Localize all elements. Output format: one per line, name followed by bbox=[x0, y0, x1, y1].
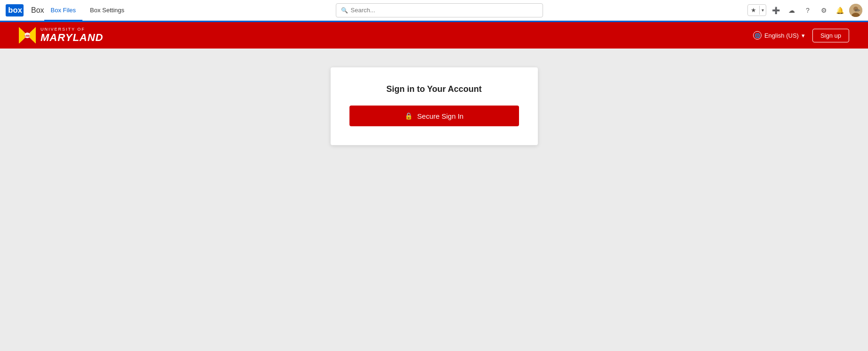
umd-header-bar: UMD UNIVERSITY OF MARYLAND 🌐 English (US… bbox=[0, 22, 868, 49]
upload-button[interactable]: ☁ bbox=[785, 4, 798, 17]
help-button[interactable]: ? bbox=[801, 4, 814, 17]
tab-box-settings[interactable]: Box Settings bbox=[83, 0, 131, 21]
box-logo-icon: box bbox=[6, 4, 24, 16]
main-content-area: Sign in to Your Account 🔒 Secure Sign In bbox=[0, 49, 868, 351]
language-label: English (US) bbox=[764, 32, 799, 39]
settings-button[interactable]: ⚙ bbox=[817, 4, 830, 17]
nav-search-area: 🔍 bbox=[131, 3, 747, 17]
secure-signin-label: Secure Sign In bbox=[417, 112, 463, 120]
search-icon: 🔍 bbox=[341, 7, 348, 14]
umd-text: UNIVERSITY OF MARYLAND bbox=[41, 27, 103, 43]
bell-icon: 🔔 bbox=[836, 7, 844, 14]
signin-title: Sign in to Your Account bbox=[386, 84, 482, 94]
add-button[interactable]: ➕ bbox=[769, 4, 782, 17]
notifications-button[interactable]: 🔔 bbox=[833, 4, 846, 17]
umd-seal-icon: UMD bbox=[19, 27, 36, 44]
language-chevron-icon: ▾ bbox=[802, 32, 805, 39]
search-bar[interactable]: 🔍 bbox=[336, 3, 543, 17]
globe-icon: 🌐 bbox=[753, 31, 762, 40]
tab-box-files[interactable]: Box Files bbox=[44, 0, 82, 21]
nav-tabs: Box Files Box Settings bbox=[44, 0, 131, 20]
chevron-down-icon: ▾ bbox=[759, 6, 766, 15]
umd-header-right: 🌐 English (US) ▾ Sign up bbox=[753, 29, 849, 42]
help-icon: ? bbox=[806, 7, 810, 14]
signup-button[interactable]: Sign up bbox=[812, 29, 849, 42]
svg-text:UMD: UMD bbox=[24, 34, 30, 37]
maryland-label: MARYLAND bbox=[41, 32, 103, 43]
favorites-button[interactable]: ★ ▾ bbox=[747, 4, 766, 16]
svg-text:box: box bbox=[8, 6, 22, 15]
edit-button[interactable]: ✏ bbox=[851, 4, 864, 17]
language-selector[interactable]: 🌐 English (US) ▾ bbox=[753, 31, 805, 40]
search-input[interactable] bbox=[351, 7, 538, 14]
lock-icon: 🔒 bbox=[405, 112, 413, 120]
signin-card: Sign in to Your Account 🔒 Secure Sign In bbox=[331, 67, 538, 145]
add-icon: ➕ bbox=[772, 7, 780, 14]
box-app-label: Box bbox=[31, 6, 44, 15]
box-logo[interactable]: box bbox=[6, 4, 24, 16]
gear-icon: ⚙ bbox=[821, 7, 827, 14]
pencil-icon: ✏ bbox=[855, 7, 860, 14]
upload-icon: ☁ bbox=[788, 7, 795, 14]
top-navigation: box Box Box Files Box Settings 🔍 ★ ▾ ➕ ☁… bbox=[0, 0, 868, 21]
umd-logo[interactable]: UMD UNIVERSITY OF MARYLAND bbox=[19, 27, 103, 44]
secure-signin-button[interactable]: 🔒 Secure Sign In bbox=[349, 106, 519, 126]
nav-right-icons: ★ ▾ ➕ ☁ ? ⚙ 🔔 ✏ bbox=[747, 4, 862, 17]
star-icon: ★ bbox=[748, 5, 759, 16]
